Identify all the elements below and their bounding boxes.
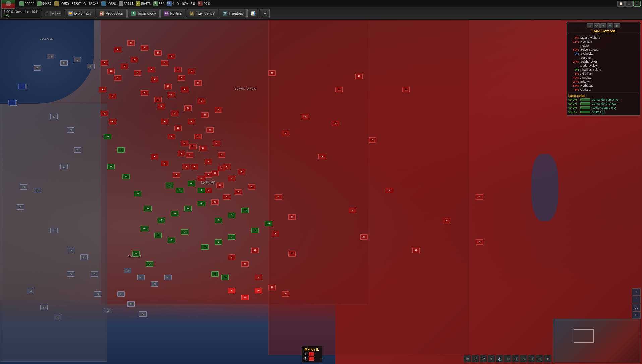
unit-marker[interactable]: ✕ [335, 87, 343, 92]
unit-marker[interactable]: ✕ [228, 254, 235, 260]
unit-marker[interactable]: ☩ [144, 206, 152, 211]
unit-marker[interactable]: ☩ [168, 238, 175, 243]
unit-marker[interactable]: ✕ [386, 188, 393, 193]
battle-row[interactable]: 7%Khalij as Salum [568, 68, 639, 72]
theatres-nav-btn[interactable]: 🗺 Theatres [219, 9, 247, 18]
unit-marker[interactable]: ✕ [109, 94, 116, 99]
unit-marker[interactable]: ✕ [205, 188, 212, 193]
battle-row[interactable]: -40%Annaba [568, 76, 639, 80]
unit-marker[interactable]: ☩ [221, 275, 229, 280]
unit-marker[interactable]: ⊕ [255, 288, 262, 293]
unit-marker[interactable]: □ [94, 291, 101, 297]
unit-marker[interactable]: ✕ [164, 84, 172, 89]
unit-marker[interactable]: ⊕ [228, 288, 235, 293]
battle-row[interactable]: 0%Sychevka [568, 52, 639, 56]
intelligence-nav-btn[interactable]: 🕵 Intelligence [186, 9, 218, 18]
unit-marker[interactable]: ✕ [332, 121, 339, 126]
unit-marker[interactable]: ✕ [168, 54, 175, 59]
unit-marker[interactable]: ☩ [107, 164, 115, 169]
unit-marker[interactable]: □ [74, 57, 81, 62]
unit-marker[interactable]: ✕ [288, 251, 296, 257]
unit-marker[interactable]: □ [104, 308, 111, 313]
unit-marker[interactable]: ✕ [349, 208, 356, 213]
unit-marker[interactable]: ✕ [211, 171, 219, 176]
ledger-btn[interactable]: 📋 [617, 1, 625, 7]
unit-marker[interactable]: ☩ [146, 261, 153, 267]
unit-marker[interactable]: ✕ [178, 75, 185, 81]
check-btn[interactable]: ✓ [633, 1, 641, 7]
unit-marker[interactable]: ☩ [176, 188, 183, 193]
battle-row[interactable]: Duderovskiy [568, 64, 639, 68]
battle-row[interactable]: -5%Malaja Vishera [568, 35, 639, 40]
unit-marker[interactable]: ☩ [251, 228, 259, 233]
unit-marker[interactable]: ✕ [101, 111, 108, 116]
minimap-map[interactable] [553, 319, 640, 362]
unit-marker[interactable]: ☩ [198, 188, 205, 193]
unit-marker[interactable]: ✕ [216, 183, 224, 188]
pause-btn[interactable]: ⏸ [45, 11, 50, 16]
unit-marker[interactable]: ☩ [241, 208, 249, 213]
unit-marker[interactable]: ✕ [107, 69, 115, 74]
unit-marker[interactable]: ✕ [402, 87, 410, 92]
unit-marker[interactable]: ✕ [189, 144, 197, 149]
unit-marker[interactable]: ☩ [134, 191, 141, 196]
land-unit-row[interactable]: 99.9%Afrika HQ [568, 110, 639, 114]
unit-marker[interactable]: ✕ [131, 57, 138, 62]
unit-marker[interactable]: ✕ [282, 131, 289, 136]
unit-marker[interactable]: ✕ [194, 80, 202, 86]
filter-9[interactable]: ⊕ [528, 355, 535, 362]
unit-marker[interactable]: ✕ [127, 40, 135, 46]
unit-marker[interactable]: ✕ [188, 69, 195, 74]
unit-marker[interactable]: ✕ [251, 248, 259, 253]
unit-marker[interactable]: ✕ [173, 172, 180, 178]
unit-marker[interactable]: ✕ [282, 291, 289, 297]
unit-marker[interactable]: ✕ [141, 45, 148, 51]
unit-marker[interactable]: ☩ [211, 271, 219, 277]
land-unit-name[interactable]: Afrika HQ [592, 110, 605, 114]
unit-marker[interactable]: □ [34, 188, 41, 193]
politics-nav-btn[interactable]: 🏛 Politics [160, 9, 185, 18]
unit-marker[interactable]: ✕ [201, 112, 209, 118]
unit-marker[interactable]: ✕ [168, 92, 175, 97]
unit-marker[interactable]: ☩ [154, 233, 162, 238]
unit-marker[interactable]: □ [80, 254, 88, 260]
fullscreen-btn[interactable]: ⛶ [632, 304, 641, 311]
filter-7[interactable]: □ [512, 355, 519, 362]
diplomacy-nav-btn[interactable]: 🤝 Diplomacy [65, 9, 95, 18]
unit-marker[interactable]: ✕ [211, 199, 219, 205]
battle-row[interactable]: -1%Ad Diffah [568, 72, 639, 76]
unit-marker[interactable]: ✕ [318, 154, 326, 159]
unit-marker[interactable]: □ [91, 271, 98, 277]
zoom-out-btn[interactable]: - [632, 296, 641, 303]
unit-marker[interactable]: ☩ [104, 134, 111, 139]
unit-marker[interactable]: □ [50, 114, 58, 119]
unit-marker[interactable]: ✕ [151, 77, 158, 82]
unit-marker[interactable]: ☩ [228, 234, 235, 240]
unit-marker[interactable]: ☩ [201, 244, 209, 250]
unit-marker[interactable]: ✕ [268, 285, 276, 290]
unit-marker[interactable]: □ [164, 275, 172, 280]
unit-marker[interactable]: ✕ [205, 159, 212, 164]
unit-marker[interactable]: □ [50, 228, 58, 233]
zoom-in-btn[interactable]: + [632, 288, 641, 296]
unit-marker[interactable]: □ [67, 127, 74, 133]
unit-marker[interactable]: ☩ [215, 239, 222, 245]
unit-marker[interactable]: ☩ [122, 174, 130, 179]
unit-marker[interactable]: ☩ [132, 251, 140, 257]
unit-marker[interactable]: ✕ [109, 119, 116, 124]
unit-marker[interactable]: □ [34, 65, 41, 71]
unit-marker[interactable]: ✕ [181, 87, 188, 92]
unit-marker[interactable]: ✕ [302, 114, 309, 119]
unit-marker[interactable]: ✕ [114, 47, 121, 52]
panel-icon-4[interactable]: ⚓ [607, 23, 613, 28]
unit-marker[interactable]: ✕ [476, 239, 483, 245]
unit-marker[interactable]: ✕ [248, 184, 255, 190]
unit-marker[interactable]: □ [74, 147, 81, 153]
battle-row[interactable]: -55%Herbagat [568, 84, 639, 88]
unit-marker[interactable]: ✕ [215, 107, 222, 113]
charts-btn[interactable]: 📊 [247, 9, 259, 18]
unit-marker[interactable]: ✕ [168, 134, 175, 139]
unit-marker[interactable]: □ [60, 164, 68, 169]
unit-marker[interactable]: ✕ [151, 154, 158, 159]
unit-marker[interactable]: ✕ [412, 248, 420, 253]
